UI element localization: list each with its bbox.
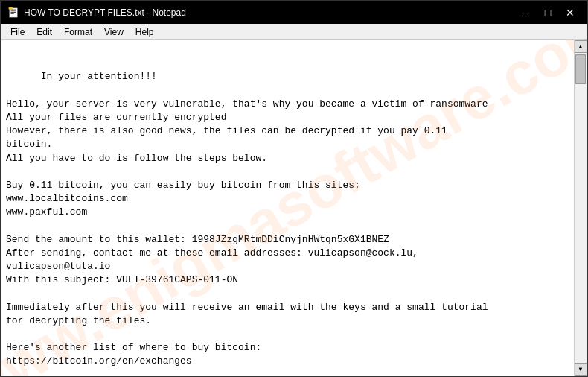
svg-rect-5 xyxy=(9,7,13,10)
notepad-window: HOW TO DECRYPT FILES.txt - Notepad ─ □ ✕… xyxy=(0,0,588,377)
window-title: HOW TO DECRYPT FILES.txt - Notepad xyxy=(24,7,186,18)
menu-format[interactable]: Format xyxy=(58,25,98,39)
svg-rect-3 xyxy=(11,12,16,13)
maximize-button[interactable]: □ xyxy=(537,4,558,21)
scroll-up-button[interactable]: ▲ xyxy=(575,40,587,53)
svg-rect-4 xyxy=(11,13,14,14)
title-bar-controls: ─ □ ✕ xyxy=(515,4,581,21)
title-bar-left: HOW TO DECRYPT FILES.txt - Notepad xyxy=(7,7,186,19)
scrollbar-track[interactable] xyxy=(575,53,587,363)
document-text: In your attention!!! Hello, your server … xyxy=(6,71,488,367)
notepad-icon xyxy=(7,7,19,19)
menu-bar: File Edit Format View Help xyxy=(1,24,587,40)
menu-file[interactable]: File xyxy=(4,25,31,39)
menu-edit[interactable]: Edit xyxy=(31,25,58,39)
scroll-down-button[interactable]: ▼ xyxy=(575,363,587,376)
editor-area: www.enigmasoftware.com In your attention… xyxy=(1,40,587,376)
minimize-button[interactable]: ─ xyxy=(515,4,536,21)
svg-rect-2 xyxy=(11,10,16,11)
menu-help[interactable]: Help xyxy=(130,25,160,39)
title-bar: HOW TO DECRYPT FILES.txt - Notepad ─ □ ✕ xyxy=(1,1,587,24)
text-content[interactable]: www.enigmasoftware.com In your attention… xyxy=(1,40,574,376)
menu-view[interactable]: View xyxy=(98,25,130,39)
scrollbar-thumb[interactable] xyxy=(575,54,586,84)
close-button[interactable]: ✕ xyxy=(560,4,581,21)
vertical-scrollbar[interactable]: ▲ ▼ xyxy=(574,40,587,376)
